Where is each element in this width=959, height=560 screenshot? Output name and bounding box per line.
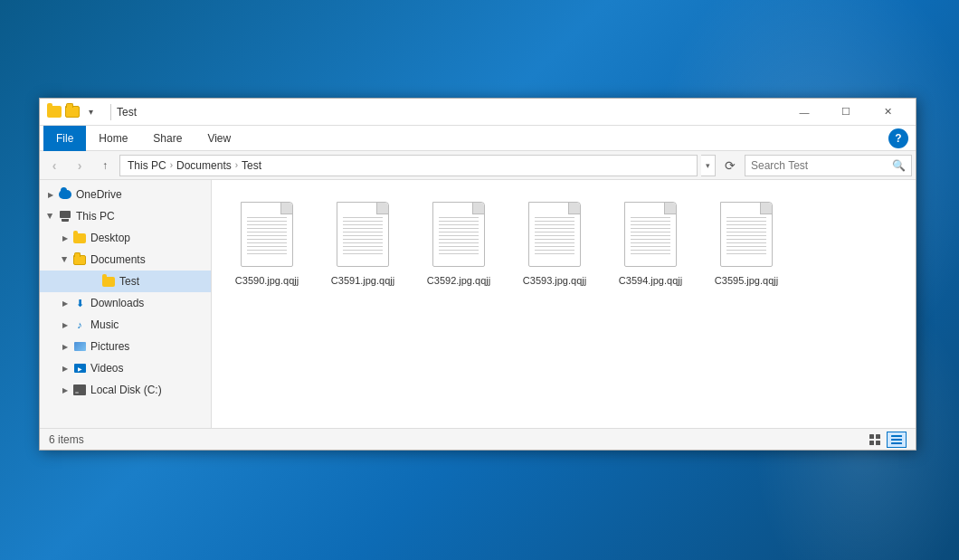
up-button[interactable]: ↑: [94, 155, 116, 176]
file-item-3[interactable]: C3593.jpg.qqjj: [514, 195, 595, 290]
back-button[interactable]: ‹: [43, 155, 65, 176]
downloads-icon: ⬇: [72, 296, 87, 310]
list-view-icon: [890, 433, 903, 446]
path-dropdown-button[interactable]: ▾: [701, 155, 716, 176]
expand-arrow-pictures[interactable]: ▶: [58, 339, 72, 354]
search-icon[interactable]: 🔍: [892, 159, 906, 172]
sidebar-item-music[interactable]: ▶ ♪ Music: [40, 314, 211, 336]
sidebar: ▶ OneDrive ▶ This PC ▶ Deskto: [40, 180, 212, 428]
svg-rect-6: [891, 442, 902, 444]
expand-arrow-this-pc[interactable]: ▶: [43, 209, 58, 223]
file-icon-4: [619, 198, 682, 271]
file-item-0[interactable]: C3590.jpg.qqjj: [226, 195, 308, 290]
sidebar-item-test[interactable]: Test: [40, 271, 211, 292]
file-item-5[interactable]: C3595.jpg.qqjj: [706, 195, 787, 290]
title-bar-icons: ▾: [47, 105, 98, 119]
grid-view-button[interactable]: [865, 432, 885, 448]
sidebar-label-downloads: Downloads: [90, 297, 144, 309]
expand-arrow-downloads[interactable]: ▶: [58, 296, 72, 310]
expand-arrow-documents[interactable]: ▶: [58, 252, 72, 267]
expand-arrow-videos[interactable]: ▶: [58, 361, 72, 375]
main-area: ▶ OneDrive ▶ This PC ▶ Deskto: [40, 180, 916, 428]
sidebar-item-documents[interactable]: ▶ Documents: [40, 249, 211, 271]
sidebar-item-local-disk[interactable]: ▶ Local Disk (C:): [40, 379, 211, 401]
sidebar-label-videos: Videos: [90, 362, 123, 375]
maximize-button[interactable]: ☐: [825, 99, 867, 126]
svg-rect-1: [876, 434, 880, 439]
search-box: 🔍: [745, 155, 912, 176]
file-area: C3590.jpg.qqjj C3591.jpg.qqjj C3592.jpg.…: [212, 180, 916, 428]
refresh-button[interactable]: ⟳: [719, 155, 741, 176]
svg-rect-4: [891, 435, 902, 437]
view-buttons: [865, 432, 907, 448]
sidebar-item-downloads[interactable]: ▶ ⬇ Downloads: [40, 292, 211, 314]
expand-arrow-desktop[interactable]: ▶: [58, 231, 72, 245]
window-title: Test: [117, 106, 783, 119]
documents-folder-icon: [72, 252, 87, 267]
sidebar-label-test: Test: [119, 275, 139, 288]
doc-icon-3: [528, 202, 581, 267]
expand-arrow-local-disk[interactable]: ▶: [58, 383, 72, 397]
sidebar-label-local-disk: Local Disk (C:): [90, 384, 162, 396]
forward-button[interactable]: ›: [69, 155, 90, 176]
sidebar-label-music: Music: [90, 318, 119, 331]
window-controls: — ☐ ✕: [783, 99, 908, 126]
grid-view-icon: [869, 433, 881, 446]
file-name-0: C3590.jpg.qqjj: [235, 274, 299, 287]
sidebar-item-this-pc[interactable]: ▶ This PC: [40, 205, 211, 227]
path-sep-2: ›: [235, 160, 238, 170]
list-view-button[interactable]: [887, 432, 907, 448]
file-icon-5: [715, 198, 778, 271]
path-test[interactable]: Test: [242, 159, 261, 172]
doc-icon-1: [337, 202, 389, 267]
expand-arrow-onedrive[interactable]: ▶: [43, 187, 58, 202]
file-name-4: C3594.jpg.qqjj: [619, 274, 682, 287]
item-count: 6 items: [49, 433, 865, 446]
path-sep-1: ›: [170, 160, 173, 170]
path-this-pc[interactable]: This PC: [128, 159, 166, 172]
close-button[interactable]: ✕: [867, 99, 908, 126]
menu-bar: File Home Share View ?: [40, 126, 916, 151]
sidebar-item-onedrive[interactable]: ▶ OneDrive: [40, 184, 211, 205]
videos-icon: [72, 361, 87, 375]
help-button[interactable]: ?: [888, 128, 908, 148]
doc-icon-5: [720, 202, 773, 267]
file-name-3: C3593.jpg.qqjj: [523, 274, 586, 287]
file-icon-0: [235, 198, 299, 271]
tab-home[interactable]: Home: [86, 126, 140, 151]
folder-icon-small: [47, 106, 62, 118]
sidebar-label-pictures: Pictures: [90, 340, 129, 353]
address-path[interactable]: This PC › Documents › Test: [119, 155, 698, 176]
file-name-2: C3592.jpg.qqjj: [427, 274, 490, 287]
svg-rect-0: [869, 434, 874, 439]
onedrive-icon: [58, 187, 72, 202]
folder-icon-tiny: [65, 106, 80, 118]
svg-rect-2: [869, 441, 874, 445]
explorer-window: ▾ Test — ☐ ✕ File Home Share View ? ‹ › …: [39, 98, 916, 451]
search-input[interactable]: [751, 159, 888, 172]
tab-share[interactable]: Share: [140, 126, 195, 151]
tab-view[interactable]: View: [195, 126, 243, 151]
file-item-1[interactable]: C3591.jpg.qqjj: [322, 195, 404, 290]
svg-rect-5: [891, 439, 902, 441]
tab-file[interactable]: File: [43, 126, 86, 151]
status-bar: 6 items: [40, 428, 916, 450]
title-bar: ▾ Test — ☐ ✕: [40, 99, 916, 126]
doc-icon-0: [241, 202, 293, 267]
file-item-4[interactable]: C3594.jpg.qqjj: [610, 195, 691, 290]
path-documents[interactable]: Documents: [176, 159, 232, 172]
sidebar-item-pictures[interactable]: ▶ Pictures: [40, 336, 211, 357]
sidebar-item-videos[interactable]: ▶ Videos: [40, 357, 211, 379]
doc-icon-2: [432, 202, 485, 267]
file-item-2[interactable]: C3592.jpg.qqjj: [418, 195, 499, 290]
expand-arrow-music[interactable]: ▶: [58, 318, 72, 332]
sidebar-label-onedrive: OneDrive: [76, 188, 122, 201]
address-bar: ‹ › ↑ This PC › Documents › Test ▾ ⟳ 🔍: [40, 151, 916, 180]
svg-rect-3: [876, 441, 880, 445]
dropdown-arrow-icon[interactable]: ▾: [83, 105, 98, 119]
minimize-button[interactable]: —: [783, 99, 825, 126]
sidebar-item-desktop[interactable]: ▶ Desktop: [40, 227, 211, 249]
file-icon-2: [427, 198, 490, 271]
sidebar-label-desktop: Desktop: [90, 232, 130, 244]
file-icon-1: [331, 198, 394, 271]
